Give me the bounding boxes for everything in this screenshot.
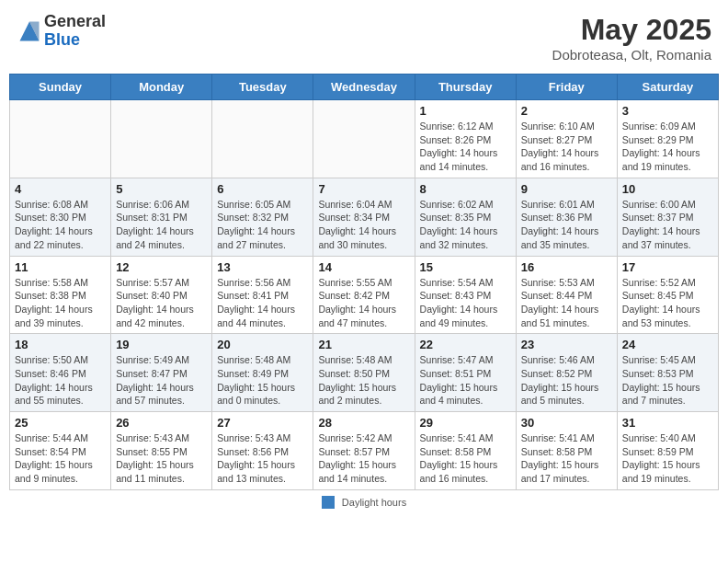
day-number: 10 [622, 182, 713, 196]
day-number: 4 [15, 182, 106, 196]
calendar-cell: 2Sunrise: 6:10 AMSunset: 8:27 PMDaylight… [516, 100, 617, 178]
day-number: 24 [622, 338, 713, 351]
calendar-cell: 22Sunrise: 5:47 AMSunset: 8:51 PMDayligh… [415, 334, 516, 412]
day-info: Sunrise: 5:53 AMSunset: 8:44 PMDaylight:… [521, 276, 612, 330]
day-number: 9 [521, 182, 612, 196]
calendar-cell: 18Sunrise: 5:50 AMSunset: 8:46 PMDayligh… [10, 334, 111, 412]
month-title: May 2025 [552, 13, 711, 47]
calendar-cell: 27Sunrise: 5:43 AMSunset: 8:56 PMDayligh… [212, 412, 313, 490]
calendar-cell: 11Sunrise: 5:58 AMSunset: 8:38 PMDayligh… [10, 256, 111, 334]
day-info: Sunrise: 5:52 AMSunset: 8:45 PMDaylight:… [622, 276, 713, 330]
weekday-header-tuesday: Tuesday [212, 75, 313, 100]
calendar-cell: 25Sunrise: 5:44 AMSunset: 8:54 PMDayligh… [10, 412, 111, 490]
day-info: Sunrise: 6:04 AMSunset: 8:34 PMDaylight:… [318, 198, 409, 252]
weekday-header-sunday: Sunday [10, 75, 111, 100]
day-info: Sunrise: 5:47 AMSunset: 8:51 PMDaylight:… [420, 353, 511, 408]
day-info: Sunrise: 5:49 AMSunset: 8:47 PMDaylight:… [116, 353, 207, 408]
day-info: Sunrise: 5:56 AMSunset: 8:41 PMDaylight:… [217, 276, 308, 330]
day-info: Sunrise: 6:05 AMSunset: 8:32 PMDaylight:… [217, 198, 308, 252]
day-info: Sunrise: 5:46 AMSunset: 8:52 PMDaylight:… [521, 353, 612, 408]
day-info: Sunrise: 5:48 AMSunset: 8:49 PMDaylight:… [217, 353, 308, 408]
day-number: 2 [521, 104, 612, 118]
logo: General Blue [17, 13, 106, 50]
day-number: 16 [521, 260, 612, 274]
day-number: 18 [15, 338, 106, 351]
day-number: 13 [217, 260, 308, 274]
calendar-cell: 1Sunrise: 6:12 AMSunset: 8:26 PMDaylight… [415, 100, 516, 178]
calendar-cell: 30Sunrise: 5:41 AMSunset: 8:58 PMDayligh… [516, 412, 617, 490]
calendar-cell: 9Sunrise: 6:01 AMSunset: 8:36 PMDaylight… [516, 178, 617, 256]
day-number: 31 [622, 416, 713, 430]
weekday-header-wednesday: Wednesday [313, 75, 415, 100]
day-number: 7 [318, 182, 409, 196]
logo-icon [17, 18, 42, 44]
day-info: Sunrise: 5:55 AMSunset: 8:42 PMDaylight:… [318, 276, 409, 330]
day-info: Sunrise: 5:42 AMSunset: 8:57 PMDaylight:… [318, 431, 409, 486]
day-number: 27 [217, 416, 308, 430]
day-info: Sunrise: 5:41 AMSunset: 8:58 PMDaylight:… [420, 431, 511, 486]
day-number: 21 [318, 338, 409, 351]
calendar-cell [313, 100, 415, 178]
calendar-cell: 17Sunrise: 5:52 AMSunset: 8:45 PMDayligh… [617, 256, 718, 334]
day-info: Sunrise: 6:10 AMSunset: 8:27 PMDaylight:… [521, 120, 612, 174]
calendar-cell: 29Sunrise: 5:41 AMSunset: 8:58 PMDayligh… [415, 412, 516, 490]
title-block: May 2025 Dobroteasa, Olt, Romania [552, 13, 711, 63]
calendar-cell: 15Sunrise: 5:54 AMSunset: 8:43 PMDayligh… [415, 256, 516, 334]
day-number: 26 [116, 416, 207, 430]
day-info: Sunrise: 5:45 AMSunset: 8:53 PMDaylight:… [622, 353, 713, 408]
day-info: Sunrise: 6:12 AMSunset: 8:26 PMDaylight:… [420, 120, 511, 174]
calendar-cell [10, 100, 111, 178]
day-info: Sunrise: 5:43 AMSunset: 8:56 PMDaylight:… [217, 431, 308, 486]
day-info: Sunrise: 6:09 AMSunset: 8:29 PMDaylight:… [622, 120, 713, 174]
calendar-cell: 19Sunrise: 5:49 AMSunset: 8:47 PMDayligh… [111, 334, 212, 412]
calendar-cell: 26Sunrise: 5:43 AMSunset: 8:55 PMDayligh… [111, 412, 212, 490]
calendar-cell: 3Sunrise: 6:09 AMSunset: 8:29 PMDaylight… [617, 100, 718, 178]
day-info: Sunrise: 5:54 AMSunset: 8:43 PMDaylight:… [420, 276, 511, 330]
day-info: Sunrise: 6:02 AMSunset: 8:35 PMDaylight:… [420, 198, 511, 252]
calendar-week-row: 18Sunrise: 5:50 AMSunset: 8:46 PMDayligh… [10, 334, 719, 412]
weekday-header-monday: Monday [111, 75, 212, 100]
day-number: 14 [318, 260, 409, 274]
day-number: 20 [217, 338, 308, 351]
daylight-label: Daylight hours [342, 497, 406, 508]
day-number: 8 [420, 182, 511, 196]
day-number: 19 [116, 338, 207, 351]
day-info: Sunrise: 5:58 AMSunset: 8:38 PMDaylight:… [15, 276, 106, 330]
day-number: 11 [15, 260, 106, 274]
day-number: 12 [116, 260, 207, 274]
day-info: Sunrise: 5:48 AMSunset: 8:50 PMDaylight:… [318, 353, 409, 408]
calendar-cell: 13Sunrise: 5:56 AMSunset: 8:41 PMDayligh… [212, 256, 313, 334]
logo-text: General Blue [44, 13, 106, 50]
calendar-cell: 20Sunrise: 5:48 AMSunset: 8:49 PMDayligh… [212, 334, 313, 412]
page-header: General Blue May 2025 Dobroteasa, Olt, R… [9, 9, 719, 66]
day-info: Sunrise: 5:41 AMSunset: 8:58 PMDaylight:… [521, 431, 612, 486]
day-info: Sunrise: 5:57 AMSunset: 8:40 PMDaylight:… [116, 276, 207, 330]
calendar-week-row: 11Sunrise: 5:58 AMSunset: 8:38 PMDayligh… [10, 256, 719, 334]
day-info: Sunrise: 6:01 AMSunset: 8:36 PMDaylight:… [521, 198, 612, 252]
location-text: Dobroteasa, Olt, Romania [552, 47, 711, 63]
day-number: 23 [521, 338, 612, 351]
weekday-header-saturday: Saturday [617, 75, 718, 100]
day-number: 1 [420, 104, 511, 118]
day-info: Sunrise: 5:44 AMSunset: 8:54 PMDaylight:… [15, 431, 106, 486]
weekday-header-friday: Friday [516, 75, 617, 100]
day-number: 29 [420, 416, 511, 430]
calendar-footer: Daylight hours [9, 496, 719, 509]
calendar-table: SundayMondayTuesdayWednesdayThursdayFrid… [9, 74, 719, 490]
calendar-cell: 16Sunrise: 5:53 AMSunset: 8:44 PMDayligh… [516, 256, 617, 334]
day-info: Sunrise: 5:40 AMSunset: 8:59 PMDaylight:… [622, 431, 713, 486]
calendar-cell: 12Sunrise: 5:57 AMSunset: 8:40 PMDayligh… [111, 256, 212, 334]
calendar-cell: 8Sunrise: 6:02 AMSunset: 8:35 PMDaylight… [415, 178, 516, 256]
day-info: Sunrise: 6:06 AMSunset: 8:31 PMDaylight:… [116, 198, 207, 252]
daylight-color-box [322, 496, 335, 509]
weekday-header-row: SundayMondayTuesdayWednesdayThursdayFrid… [10, 75, 719, 100]
calendar-cell: 7Sunrise: 6:04 AMSunset: 8:34 PMDaylight… [313, 178, 415, 256]
calendar-cell: 31Sunrise: 5:40 AMSunset: 8:59 PMDayligh… [617, 412, 718, 490]
calendar-cell: 24Sunrise: 5:45 AMSunset: 8:53 PMDayligh… [617, 334, 718, 412]
day-number: 30 [521, 416, 612, 430]
calendar-cell: 14Sunrise: 5:55 AMSunset: 8:42 PMDayligh… [313, 256, 415, 334]
day-number: 3 [622, 104, 713, 118]
day-number: 5 [116, 182, 207, 196]
day-number: 6 [217, 182, 308, 196]
calendar-cell: 4Sunrise: 6:08 AMSunset: 8:30 PMDaylight… [10, 178, 111, 256]
